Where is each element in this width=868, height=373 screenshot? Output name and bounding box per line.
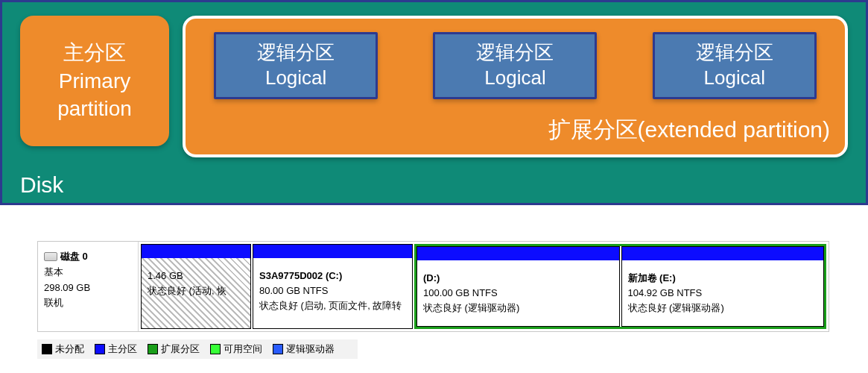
legend-label: 可用空间 bbox=[224, 342, 262, 356]
legend-logical: 逻辑驱动器 bbox=[273, 342, 335, 356]
extended-partition-box: 逻辑分区 Logical 逻辑分区 Logical 逻辑分区 Logical 扩… bbox=[183, 16, 848, 157]
primary-zh: 主分区 bbox=[63, 39, 126, 67]
disk-management-panel: 磁盘 0 基本 298.09 GB 联机 1.46 GB 状态良好 (活动, 恢… bbox=[37, 241, 829, 332]
logical-box-1: 逻辑分区 Logical bbox=[214, 32, 378, 99]
partition-body: S3A9775D002 (C:) 80.00 GB NTFS 状态良好 (启动,… bbox=[253, 258, 412, 319]
partition-body: 1.46 GB 状态良好 (活动, 恢 bbox=[142, 258, 250, 328]
swatch-blue2 bbox=[273, 344, 283, 354]
partition-c[interactable]: S3A9775D002 (C:) 80.00 GB NTFS 状态良好 (启动,… bbox=[253, 244, 413, 329]
partition-bar bbox=[253, 245, 412, 258]
legend-unallocated: 未分配 bbox=[42, 342, 84, 356]
partition-title: 新加卷 (E:) bbox=[628, 271, 818, 286]
partition-size: 1.46 GB bbox=[148, 269, 244, 283]
disk-label: Disk bbox=[20, 172, 848, 198]
disk-title: 磁盘 0 bbox=[60, 251, 88, 262]
logical-row: 逻辑分区 Logical 逻辑分区 Logical 逻辑分区 Logical bbox=[200, 32, 830, 99]
partition-d[interactable]: (D:) 100.00 GB NTFS 状态良好 (逻辑驱动器) bbox=[416, 246, 620, 327]
legend-label: 未分配 bbox=[55, 342, 84, 356]
logical-en: Logical bbox=[265, 66, 326, 91]
legend-label: 主分区 bbox=[108, 342, 137, 356]
logical-en: Logical bbox=[704, 66, 765, 91]
partition-unallocated[interactable]: 1.46 GB 状态良好 (活动, 恢 bbox=[141, 244, 251, 329]
partition-bar bbox=[417, 247, 619, 260]
disk-partitions: 1.46 GB 状态良好 (活动, 恢 S3A9775D002 (C:) 80.… bbox=[139, 242, 829, 331]
extended-group: (D:) 100.00 GB NTFS 状态良好 (逻辑驱动器) 新加卷 (E:… bbox=[414, 244, 826, 329]
disk-header: 磁盘 0 基本 298.09 GB 联机 bbox=[38, 242, 139, 331]
partition-title: (D:) bbox=[423, 271, 613, 286]
disk-type: 基本 bbox=[44, 265, 132, 280]
logical-zh: 逻辑分区 bbox=[476, 40, 554, 66]
legend-free: 可用空间 bbox=[210, 342, 262, 356]
extended-label: 扩展分区(extended partition) bbox=[548, 115, 831, 145]
legend-extended: 扩展分区 bbox=[148, 342, 200, 356]
legend: 未分配 主分区 扩展分区 可用空间 逻辑驱动器 bbox=[37, 339, 358, 359]
swatch-lime bbox=[210, 344, 221, 354]
swatch-blue bbox=[95, 344, 105, 354]
partition-bar bbox=[142, 245, 250, 258]
legend-label: 逻辑驱动器 bbox=[286, 342, 335, 356]
logical-zh: 逻辑分区 bbox=[696, 40, 773, 66]
logical-box-3: 逻辑分区 Logical bbox=[653, 32, 817, 99]
partition-status: 状态良好 (活动, 恢 bbox=[148, 283, 244, 298]
logical-en: Logical bbox=[484, 66, 545, 91]
disk-icon bbox=[44, 252, 57, 261]
partition-size: 104.92 GB NTFS bbox=[628, 286, 818, 301]
disk-row: 磁盘 0 基本 298.09 GB 联机 1.46 GB 状态良好 (活动, 恢… bbox=[38, 242, 829, 331]
primary-en2: partition bbox=[57, 95, 132, 123]
partition-bar bbox=[622, 247, 824, 260]
disk-status: 联机 bbox=[44, 295, 132, 311]
partition-body: (D:) 100.00 GB NTFS 状态良好 (逻辑驱动器) bbox=[417, 260, 619, 322]
partition-status: 状态良好 (逻辑驱动器) bbox=[423, 301, 613, 316]
logical-box-2: 逻辑分区 Logical bbox=[433, 32, 597, 99]
disk-size: 298.09 GB bbox=[44, 280, 132, 296]
partition-title: S3A9775D002 (C:) bbox=[259, 269, 406, 283]
partition-diagram: 主分区 Primary partition 逻辑分区 Logical 逻辑分区 … bbox=[0, 0, 868, 205]
diagram-inner: 主分区 Primary partition 逻辑分区 Logical 逻辑分区 … bbox=[20, 16, 848, 157]
swatch-green bbox=[148, 344, 158, 354]
partition-status: 状态良好 (逻辑驱动器) bbox=[628, 301, 818, 316]
partition-size: 100.00 GB NTFS bbox=[423, 286, 613, 301]
partition-status: 状态良好 (启动, 页面文件, 故障转 bbox=[259, 298, 406, 313]
swatch-black bbox=[42, 344, 52, 354]
partition-body: 新加卷 (E:) 104.92 GB NTFS 状态良好 (逻辑驱动器) bbox=[622, 260, 824, 322]
partition-size: 80.00 GB NTFS bbox=[259, 283, 406, 298]
legend-label: 扩展分区 bbox=[161, 342, 200, 356]
legend-primary: 主分区 bbox=[95, 342, 137, 356]
watermark: https://blog.csdn.net/J080624 bbox=[743, 358, 860, 359]
partition-e[interactable]: 新加卷 (E:) 104.92 GB NTFS 状态良好 (逻辑驱动器) bbox=[621, 246, 825, 327]
primary-en1: Primary bbox=[59, 67, 130, 95]
logical-zh: 逻辑分区 bbox=[257, 40, 335, 66]
primary-partition-box: 主分区 Primary partition bbox=[20, 16, 169, 146]
